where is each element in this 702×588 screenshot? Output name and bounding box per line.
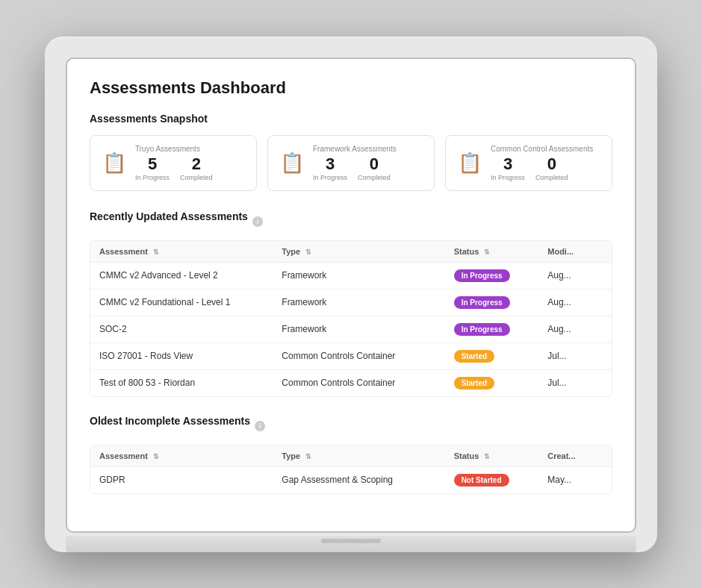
ru-status-1: In Progress (445, 289, 539, 316)
ru-type-2: Framework (273, 316, 444, 343)
col-header-oi-type[interactable]: Type ⇅ (273, 445, 444, 467)
ru-assessment-4: Test of 800 53 - Riordan (90, 369, 273, 396)
oi-status-0: Not Started (445, 466, 539, 493)
sort-icon-oi-status: ⇅ (484, 453, 490, 460)
ru-modified-0: Aug... (538, 262, 612, 289)
ru-badge-2: In Progress (454, 323, 510, 336)
framework-card-body: Framework Assessments 3 In Progress 0 Co… (313, 145, 397, 181)
ru-type-1: Framework (273, 289, 444, 316)
ru-badge-1: In Progress (454, 296, 510, 309)
sort-icon-assessment: ⇅ (153, 248, 159, 256)
col-header-type[interactable]: Type ⇅ (273, 241, 444, 263)
oldest-incomplete-info-icon[interactable]: i (255, 421, 265, 431)
common-control-card-body: Common Control Assessments 3 In Progress… (491, 145, 593, 181)
snapshot-card-truyo: 📋 Truyo Assessments 5 In Progress 2 (90, 135, 257, 191)
oldest-incomplete-table: Assessment ⇅ Type ⇅ Status ⇅ (90, 445, 612, 493)
common-control-card-label: Common Control Assessments (491, 145, 593, 153)
oldest-incomplete-header-row: Assessment ⇅ Type ⇅ Status ⇅ (90, 445, 612, 467)
truyo-completed-group: 2 Completed (180, 156, 213, 181)
truyo-completed-label: Completed (180, 174, 213, 181)
ru-assessment-1: CMMC v2 Foundational - Level 1 (90, 289, 273, 316)
framework-card-icon: 📋 (280, 151, 304, 175)
page-content: Assessments Dashboard Assessments Snapsh… (66, 57, 636, 533)
recently-updated-table: Assessment ⇅ Type ⇅ Status ⇅ (90, 241, 612, 396)
truyo-in-progress-label: In Progress (135, 174, 170, 181)
recently-updated-section: Recently Updated Assessments i Assessmen… (90, 210, 612, 397)
laptop-screen: Assessments Dashboard Assessments Snapsh… (66, 57, 636, 533)
recently-updated-header: Recently Updated Assessments i (90, 210, 612, 233)
recently-updated-row-0[interactable]: CMMC v2 Advanced - Level 2 Framework In … (90, 262, 612, 289)
common-control-completed-group: 0 Completed (535, 156, 568, 181)
truyo-in-progress-number: 5 (148, 156, 157, 172)
ru-status-0: In Progress (445, 262, 539, 289)
common-control-card-numbers: 3 In Progress 0 Completed (491, 156, 593, 181)
ru-type-3: Common Controls Container (273, 343, 444, 369)
recently-updated-row-1[interactable]: CMMC v2 Foundational - Level 1 Framework… (90, 289, 612, 316)
recently-updated-header-row: Assessment ⇅ Type ⇅ Status ⇅ (90, 241, 612, 263)
col-header-modified[interactable]: Modi... (538, 241, 612, 263)
ru-modified-3: Jul... (538, 343, 612, 369)
sort-icon-oi-assessment: ⇅ (153, 453, 159, 460)
ru-modified-1: Aug... (538, 289, 612, 316)
framework-in-progress-number: 3 (326, 156, 335, 172)
framework-in-progress-label: In Progress (313, 174, 347, 181)
snapshot-section-title: Assessments Snapshot (90, 113, 612, 125)
common-control-in-progress-number: 3 (503, 156, 512, 172)
truyo-card-label: Truyo Assessments (135, 145, 213, 153)
common-control-completed-number: 0 (547, 156, 556, 172)
oldest-incomplete-header: Oldest Incomplete Assessments i (90, 415, 612, 437)
oldest-incomplete-row-0[interactable]: GDPR Gap Assessment & Scoping Not Starte… (90, 466, 612, 493)
common-control-in-progress-label: In Progress (491, 174, 525, 181)
laptop-frame: Assessments Dashboard Assessments Snapsh… (45, 37, 657, 552)
recently-updated-info-icon[interactable]: i (252, 216, 263, 227)
recently-updated-title: Recently Updated Assessments (90, 210, 248, 222)
recently-updated-table-container: Assessment ⇅ Type ⇅ Status ⇅ (90, 240, 612, 397)
common-control-in-progress-group: 3 In Progress (491, 156, 525, 181)
snapshot-card-common-control: 📋 Common Control Assessments 3 In Progre… (445, 135, 612, 191)
snapshot-card-framework: 📋 Framework Assessments 3 In Progress 0 (267, 135, 435, 191)
recently-updated-row-4[interactable]: Test of 800 53 - Riordan Common Controls… (90, 369, 612, 396)
truyo-completed-number: 2 (192, 156, 201, 172)
ru-status-4: Started (445, 369, 539, 396)
framework-completed-number: 0 (370, 156, 379, 172)
sort-icon-oi-type: ⇅ (305, 453, 311, 460)
ru-status-3: Started (445, 343, 539, 369)
oi-assessment-0: GDPR (90, 466, 273, 493)
ru-badge-3: Started (454, 350, 494, 363)
ru-badge-0: In Progress (454, 269, 510, 282)
col-header-assessment[interactable]: Assessment ⇅ (90, 241, 273, 263)
ru-assessment-2: SOC-2 (90, 316, 273, 343)
recently-updated-row-2[interactable]: SOC-2 Framework In Progress Aug... (90, 316, 612, 343)
oldest-incomplete-title: Oldest Incomplete Assessments (90, 415, 250, 427)
oldest-incomplete-section: Oldest Incomplete Assessments i Assessme… (90, 415, 612, 494)
framework-completed-group: 0 Completed (358, 156, 391, 181)
recently-updated-row-3[interactable]: ISO 27001 - Rods View Common Controls Co… (90, 343, 612, 369)
laptop-base (66, 536, 636, 552)
framework-in-progress-group: 3 In Progress (313, 156, 347, 181)
oldest-incomplete-table-container: Assessment ⇅ Type ⇅ Status ⇅ (90, 445, 612, 494)
col-header-oi-created[interactable]: Creat... (538, 445, 612, 467)
oi-created-0: May... (538, 466, 612, 493)
oi-badge-0: Not Started (454, 474, 509, 487)
truyo-card-numbers: 5 In Progress 2 Completed (135, 156, 213, 181)
common-control-completed-label: Completed (535, 174, 568, 181)
ru-assessment-0: CMMC v2 Advanced - Level 2 (90, 262, 273, 289)
oi-type-0: Gap Assessment & Scoping (273, 466, 444, 493)
col-header-oi-assessment[interactable]: Assessment ⇅ (90, 445, 273, 467)
ru-badge-4: Started (454, 377, 494, 390)
snapshot-cards: 📋 Truyo Assessments 5 In Progress 2 (90, 135, 612, 191)
snapshot-section: Assessments Snapshot 📋 Truyo Assessments… (90, 113, 612, 191)
common-control-card-icon: 📋 (458, 151, 482, 175)
framework-card-label: Framework Assessments (313, 145, 397, 153)
col-header-status[interactable]: Status ⇅ (445, 241, 539, 263)
ru-type-4: Common Controls Container (273, 369, 444, 396)
sort-icon-type: ⇅ (305, 248, 311, 256)
ru-assessment-3: ISO 27001 - Rods View (90, 343, 273, 369)
ru-type-0: Framework (273, 262, 444, 289)
page-title: Assessments Dashboard (90, 78, 612, 98)
col-header-oi-status[interactable]: Status ⇅ (445, 445, 539, 467)
ru-modified-4: Jul... (538, 369, 612, 396)
truyo-in-progress-group: 5 In Progress (135, 156, 170, 181)
framework-card-numbers: 3 In Progress 0 Completed (313, 156, 397, 181)
ru-modified-2: Aug... (538, 316, 612, 343)
